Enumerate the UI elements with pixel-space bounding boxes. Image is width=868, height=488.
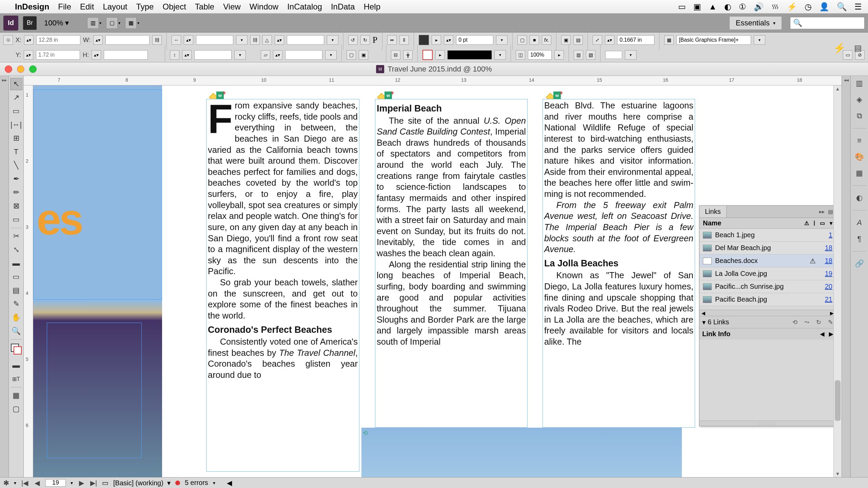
dropdown-icon[interactable]: ▾ (236, 35, 248, 45)
image-frame[interactable] (47, 323, 142, 458)
workspace-switcher[interactable]: Essentials▾ (729, 16, 782, 30)
align-icon[interactable]: ▦ (664, 35, 674, 45)
stepper-icon[interactable]: ▴▾ (273, 50, 282, 60)
text-wrap-contour-icon[interactable]: ▧ (586, 50, 595, 60)
menulet-flame-icon[interactable]: ▲ (709, 2, 717, 12)
dropdown-icon[interactable]: ▾ (137, 21, 139, 25)
dropdown-icon[interactable]: ▾ (99, 21, 101, 25)
window-minimize-button[interactable] (17, 65, 24, 73)
last-page-button[interactable]: ▶| (90, 479, 97, 487)
relink-icon[interactable]: ⟲ (792, 319, 797, 326)
pen-tool-icon[interactable]: ✒ (10, 173, 22, 185)
content-collector-tool-icon[interactable]: ⊞ (10, 132, 22, 144)
control-menu-icon[interactable]: ▤ (854, 43, 862, 53)
panel-resize-grip[interactable]: :::::::: (699, 421, 836, 426)
reference-point-icon[interactable]: ⦾ (3, 35, 13, 45)
hyperlinks-panel-icon[interactable]: 🔗 (853, 258, 866, 270)
text-wrap-jump-icon[interactable]: ▥ (574, 50, 583, 60)
links-header-page-icon[interactable]: ▭ (820, 220, 825, 226)
links-hscroll[interactable]: ◀▶ (699, 310, 836, 316)
text-frame-col1[interactable]: From expansive sandy bea­ches, rocky cli… (206, 99, 359, 472)
dropdown-icon[interactable]: ▾ (625, 50, 636, 60)
update-link-icon[interactable]: ↻ (816, 319, 821, 326)
menulet-battery-icon[interactable]: ⚡ (787, 2, 797, 12)
menu-file[interactable]: File (58, 2, 71, 12)
text-frame-col2[interactable]: Imperial Beach The site of the annual U.… (375, 99, 528, 428)
rectangle-frame-tool-icon[interactable]: ⊠ (10, 200, 22, 212)
text-frame-col3[interactable]: Beach Blvd. The estuarine lagoons and ri… (542, 99, 695, 428)
expand-panel-icon[interactable]: ▸▸ (0, 76, 8, 84)
direct-selection-tool-icon[interactable]: ↗ (10, 92, 22, 104)
stepper-icon[interactable]: ▴▾ (182, 50, 192, 60)
menulet-list-icon[interactable]: ☰ (854, 2, 862, 12)
screen-mode-icon[interactable]: ▢ (106, 17, 118, 29)
bottom-image-frame[interactable] (361, 428, 682, 477)
line-tool-icon[interactable]: ╲ (10, 159, 22, 171)
search-field[interactable]: 🔍 (790, 17, 865, 29)
zoom-tool-icon[interactable]: 🔍 (10, 325, 22, 337)
rotate-input[interactable] (287, 35, 324, 45)
pages-panel-icon[interactable]: ▥ (853, 77, 866, 89)
character-panel-icon[interactable]: A (853, 217, 866, 229)
paragraph-panel-icon[interactable]: ¶ (853, 233, 866, 245)
scale-y-icon[interactable]: ↕ (170, 50, 179, 60)
stepper-icon[interactable]: ▴▾ (275, 35, 284, 45)
scale-y-input[interactable] (194, 50, 232, 60)
menu-layout[interactable]: Layout (103, 2, 127, 12)
select-container-icon[interactable]: ▢ (347, 50, 356, 60)
opacity-input[interactable] (528, 50, 552, 60)
goto-link-icon[interactable]: ⤳ (804, 319, 809, 326)
gap-input[interactable] (617, 35, 654, 45)
constrain-scale-icon[interactable]: ⛓ (250, 35, 260, 45)
layers-panel-icon[interactable]: ◈ (853, 94, 866, 106)
layer-status[interactable]: [Basic] (working) ▾ (113, 479, 171, 487)
preflight-error-icon[interactable] (175, 481, 180, 485)
menulet-wifi-icon[interactable]: ᯾ (771, 2, 780, 12)
stepper-icon[interactable]: ▴▾ (184, 35, 193, 45)
quick-apply-icon[interactable]: ⚡ (833, 42, 846, 54)
note-tool-icon[interactable]: ▤ (10, 284, 22, 297)
prev-link-icon[interactable]: ◀ (820, 331, 824, 337)
stroke-style-swatch[interactable] (448, 50, 492, 59)
link-row[interactable]: Pacific...ch Sunrise.jpg 20 (699, 280, 836, 293)
screen-mode-preview-icon[interactable]: ▢ (10, 403, 22, 415)
text-wrap-around-icon[interactable]: ▤ (573, 35, 583, 45)
constrain-icon[interactable]: ⛓ (152, 35, 162, 45)
link-page[interactable]: 21 (820, 296, 832, 303)
page-menu-icon[interactable]: ▾ (71, 480, 73, 486)
select-content-icon[interactable]: ▣ (359, 50, 368, 60)
scroll-up-icon[interactable]: ▲ (834, 85, 842, 92)
window-zoom-button[interactable] (29, 65, 37, 73)
menu-object[interactable]: Object (162, 2, 186, 12)
open-spread-icon[interactable]: ▭ (102, 479, 108, 487)
corner-shape-display[interactable] (605, 51, 622, 59)
edit-original-icon[interactable]: ✎ (828, 319, 833, 326)
links-panel[interactable]: Links ▸▸ ▤ Name ⚠ | ▭ ▾ Beach 1.jpeg 1 (699, 205, 836, 426)
flip-v-icon[interactable]: ⇕ (399, 35, 409, 45)
link-page[interactable]: 1 (820, 231, 832, 239)
gradient-swatch-tool-icon[interactable]: ▬ (10, 257, 22, 269)
x-input[interactable] (36, 35, 80, 45)
menu-view[interactable]: View (223, 2, 241, 12)
dropdown-icon[interactable]: ▾ (118, 21, 120, 25)
dropdown-icon[interactable]: ▾ (494, 50, 506, 60)
dropdown-icon[interactable]: ▾ (325, 50, 337, 60)
align-centers-icon[interactable]: ╈ (403, 50, 413, 60)
eyedropper-tool-icon[interactable]: ✎ (10, 298, 22, 310)
menulet-display-icon[interactable]: ▭ (678, 2, 686, 12)
status-gear-icon[interactable]: ✻ (3, 479, 9, 487)
menulet-clock-icon[interactable]: ◷ (805, 2, 812, 12)
menulet-screen-icon[interactable]: ▣ (693, 2, 701, 12)
page-number-input[interactable] (45, 479, 66, 487)
w-input[interactable] (105, 35, 150, 45)
stepper-icon[interactable]: ▴▾ (93, 35, 103, 45)
rotate-cw-icon[interactable]: ↻ (360, 35, 370, 45)
shear-icon[interactable]: ▱ (261, 50, 270, 60)
menulet-user-icon[interactable]: 👤 (819, 2, 829, 12)
page-tool-icon[interactable]: ▭ (10, 105, 22, 117)
rotate-ccw-icon[interactable]: ↺ (348, 35, 358, 45)
hand-tool-icon[interactable]: ✋ (10, 311, 22, 324)
panel-menu-icon[interactable]: ▤ (828, 208, 833, 215)
menulet-cc-icon[interactable]: ◐ (724, 2, 731, 12)
link-page[interactable]: 20 (820, 283, 832, 290)
